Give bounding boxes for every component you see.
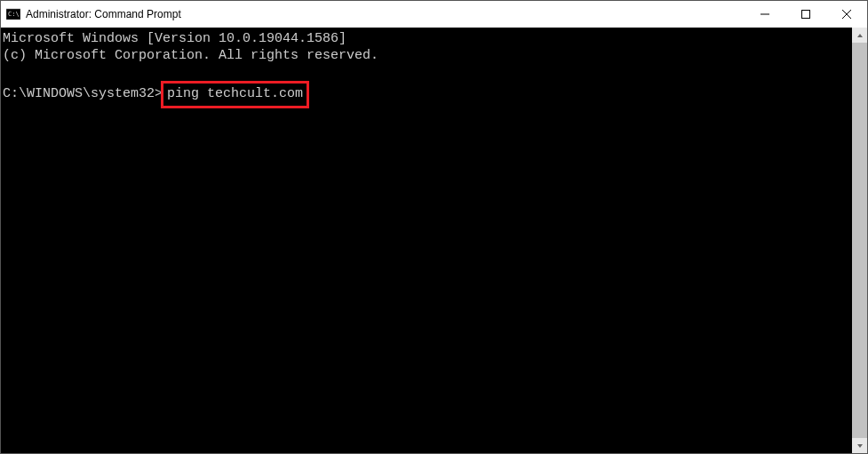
window-controls (745, 1, 867, 28)
scroll-track[interactable] (852, 43, 867, 438)
close-button[interactable] (826, 1, 867, 28)
maximize-button[interactable] (785, 1, 826, 28)
command-prompt-icon: C:\ (6, 7, 20, 21)
terminal-wrapper: Microsoft Windows [Version 10.0.19044.15… (1, 28, 867, 453)
window-title: Administrator: Command Prompt (26, 8, 181, 20)
terminal-line: (c) Microsoft Corporation. All rights re… (3, 48, 378, 63)
terminal-prompt: C:\WINDOWS\system32> (3, 86, 163, 103)
scroll-thumb[interactable] (852, 43, 867, 438)
scroll-up-arrow-icon[interactable] (852, 28, 867, 43)
terminal-command: ping techcult.com (167, 86, 303, 101)
title-bar[interactable]: C:\ Administrator: Command Prompt (1, 1, 867, 28)
terminal-line: Microsoft Windows [Version 10.0.19044.15… (3, 31, 346, 46)
svg-text:C:\: C:\ (8, 11, 20, 18)
minimize-button[interactable] (745, 1, 785, 28)
vertical-scrollbar[interactable] (852, 28, 867, 453)
command-highlight: ping techcult.com (161, 81, 309, 108)
title-left-section: C:\ Administrator: Command Prompt (6, 7, 181, 21)
svg-rect-3 (802, 11, 810, 19)
scroll-down-arrow-icon[interactable] (852, 438, 867, 453)
command-prompt-window: C:\ Administrator: Command Prompt Micros… (0, 0, 868, 454)
terminal-output[interactable]: Microsoft Windows [Version 10.0.19044.15… (1, 28, 852, 453)
